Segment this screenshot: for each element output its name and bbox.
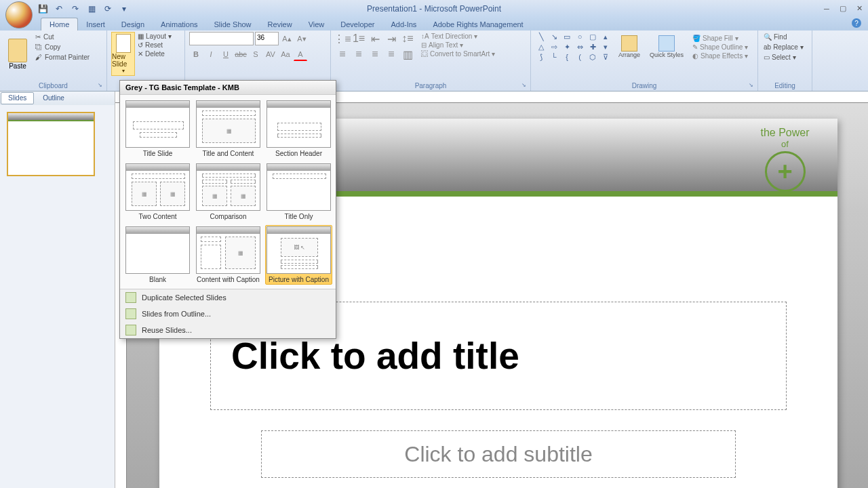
shadow-button[interactable]: S <box>249 47 262 61</box>
slides-tab[interactable]: Slides <box>1 92 34 104</box>
layout-blank[interactable]: Blank <box>124 225 191 285</box>
shape-fill-button[interactable]: 🪣Shape Fill ▾ <box>690 34 750 43</box>
layout-picture-caption[interactable]: 🖼 ↖ Picture with Caption <box>265 225 332 285</box>
strike-button[interactable]: abc <box>234 47 248 61</box>
align-right-button[interactable]: ≡ <box>368 47 382 61</box>
tab-home[interactable]: Home <box>41 18 78 30</box>
gallery-down-icon[interactable]: ▾ <box>599 42 612 52</box>
select-button[interactable]: ▭Select ▾ <box>762 52 808 62</box>
layout-button[interactable]: ▦Layout ▾ <box>137 32 172 41</box>
triangle-icon[interactable]: △ <box>535 42 547 52</box>
plus-icon[interactable]: ✚ <box>587 42 599 52</box>
outline-tab[interactable]: Outline <box>35 92 72 104</box>
replace-button[interactable]: abReplace ▾ <box>762 42 808 52</box>
help-icon[interactable]: ? <box>852 18 861 28</box>
duplicate-slides-item[interactable]: Duplicate Selected Slides <box>120 289 336 306</box>
copy-button[interactable]: ⿻Copy <box>34 42 91 52</box>
subtitle-placeholder[interactable]: Click to add subtitle <box>261 430 736 478</box>
print-preview-icon[interactable]: ▦ <box>86 3 97 14</box>
hexagon-icon[interactable]: ⬡ <box>587 52 599 62</box>
close-button[interactable]: ✕ <box>854 4 865 14</box>
font-color-button[interactable]: A <box>294 47 307 61</box>
italic-button[interactable]: I <box>204 47 218 61</box>
reuse-slides-item[interactable]: Reuse Slides... <box>120 322 336 338</box>
drawing-launcher[interactable]: ↘ <box>749 82 755 89</box>
tab-review[interactable]: Review <box>260 18 300 30</box>
paren-icon[interactable]: ( <box>574 52 586 62</box>
gallery-up-icon[interactable]: ▴ <box>599 32 612 41</box>
grow-font-icon[interactable]: A▴ <box>280 32 294 45</box>
format-painter-button[interactable]: 🖌Format Painter <box>34 52 91 62</box>
arrow-icon[interactable]: ↘ <box>548 32 560 41</box>
repeat-icon[interactable]: ⟳ <box>102 3 113 14</box>
right-arrow-icon[interactable]: ⇨ <box>548 42 560 52</box>
text-direction-button[interactable]: ↕AText Direction ▾ <box>419 32 497 41</box>
tab-design[interactable]: Design <box>113 18 153 30</box>
slide-thumbnail-1[interactable] <box>7 112 95 176</box>
tab-insert[interactable]: Insert <box>78 18 113 30</box>
align-center-button[interactable]: ≡ <box>351 47 366 61</box>
layout-comparison[interactable]: ▦ ▦ Comparison <box>195 162 262 222</box>
reset-button[interactable]: ↺Reset <box>137 41 172 49</box>
numbering-button[interactable]: 1≡ <box>351 32 366 45</box>
find-button[interactable]: 🔍Find <box>762 32 808 42</box>
new-slide-button[interactable]: New Slide ▾ <box>111 32 135 76</box>
slides-from-outline-item[interactable]: Slides from Outline... <box>120 306 336 322</box>
shape-effects-button[interactable]: ◐Shape Effects ▾ <box>690 52 750 60</box>
bullets-button[interactable]: ⋮≡ <box>335 32 350 45</box>
char-spacing-button[interactable]: AV <box>264 47 277 61</box>
font-size-combo[interactable]: 36 <box>255 32 279 45</box>
tab-view[interactable]: View <box>300 18 333 30</box>
columns-button[interactable]: ▥ <box>400 47 415 61</box>
tab-add-ins[interactable]: Add-Ins <box>382 18 425 30</box>
dec-indent-button[interactable]: ⇤ <box>368 32 382 45</box>
layout-two-content[interactable]: ▦ ▦ Two Content <box>124 162 191 222</box>
curve-icon[interactable]: ⟆ <box>535 52 547 62</box>
brace-icon[interactable]: { <box>561 52 573 62</box>
redo-icon[interactable]: ↷ <box>70 3 81 14</box>
tab-developer[interactable]: Developer <box>332 18 382 30</box>
gallery-more-icon[interactable]: ⊽ <box>599 52 612 62</box>
cut-button[interactable]: ✂Cut <box>34 32 91 42</box>
qat-customize-icon[interactable]: ▾ <box>119 3 130 14</box>
layout-title-slide[interactable]: Title Slide <box>124 99 191 159</box>
clipboard-launcher[interactable]: ↘ <box>98 82 104 89</box>
rect-icon[interactable]: ▭ <box>561 32 573 41</box>
shrink-font-icon[interactable]: A▾ <box>295 32 309 45</box>
line-icon[interactable]: ╲ <box>535 32 547 41</box>
inc-indent-button[interactable]: ⇥ <box>384 32 399 45</box>
tab-adobe[interactable]: Adobe Rights Management <box>425 18 531 30</box>
paste-button[interactable]: Paste <box>4 32 31 76</box>
underline-button[interactable]: U <box>219 47 233 61</box>
paragraph-launcher[interactable]: ↘ <box>521 82 528 89</box>
align-text-button[interactable]: ⊟Align Text ▾ <box>419 41 497 49</box>
star-icon[interactable]: ✦ <box>561 42 573 52</box>
minimize-button[interactable]: ─ <box>821 4 832 14</box>
bold-button[interactable]: B <box>189 47 203 61</box>
double-arrow-icon[interactable]: ⇔ <box>574 42 586 52</box>
connector-icon[interactable]: └ <box>548 52 560 62</box>
font-name-combo[interactable] <box>189 32 254 45</box>
undo-icon[interactable]: ↶ <box>54 3 64 14</box>
oval-icon[interactable]: ○ <box>574 32 586 41</box>
layout-section-header[interactable]: Section Header <box>265 99 332 159</box>
office-button[interactable] <box>5 1 33 28</box>
maximize-button[interactable]: ▢ <box>837 4 848 14</box>
layout-title-only[interactable]: Title Only <box>265 162 332 222</box>
layout-title-content[interactable]: ▦ Title and Content <box>195 99 262 159</box>
tab-slide-show[interactable]: Slide Show <box>206 18 260 30</box>
save-icon[interactable]: 💾 <box>37 3 48 14</box>
smartart-button[interactable]: ⿴Convert to SmartArt ▾ <box>419 49 497 58</box>
justify-button[interactable]: ≡ <box>384 47 399 61</box>
tab-animations[interactable]: Animations <box>153 18 205 30</box>
quick-styles-button[interactable]: Quick Styles <box>647 34 686 60</box>
align-left-button[interactable]: ≡ <box>335 47 350 61</box>
line-spacing-button[interactable]: ↕≡ <box>400 32 415 45</box>
arrange-button[interactable]: Arrange <box>616 34 643 60</box>
layout-content-caption[interactable]: ▦ Content with Caption <box>195 225 262 285</box>
change-case-button[interactable]: Aa <box>279 47 292 61</box>
rounded-rect-icon[interactable]: ▢ <box>587 32 599 41</box>
shape-outline-button[interactable]: ✎Shape Outline ▾ <box>690 43 750 52</box>
shapes-gallery[interactable]: ╲ ↘ ▭ ○ ▢ ▴ △ ⇨ ✦ ⇔ ✚ ▾ ⟆ └ { ( ⬡ ⊽ <box>535 32 612 62</box>
delete-button[interactable]: ✕Delete <box>137 49 172 58</box>
